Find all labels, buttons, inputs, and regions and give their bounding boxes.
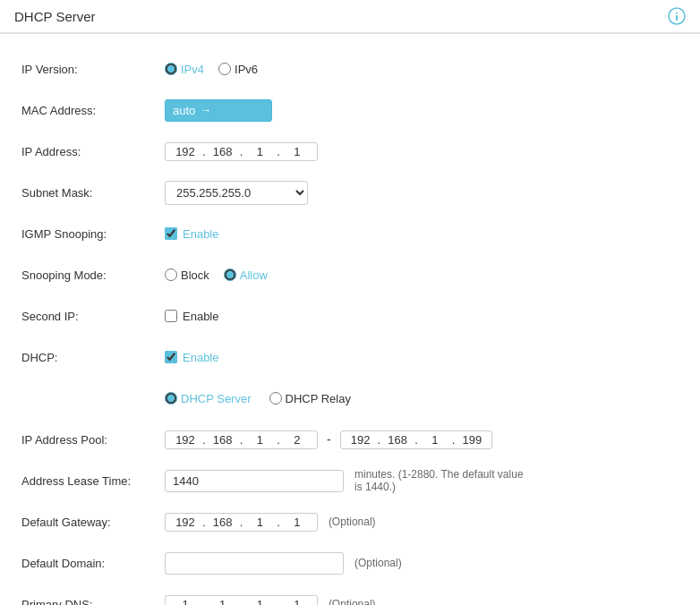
ipv4-radio[interactable] [165,63,177,75]
dhcp-label: DHCP: [21,351,165,364]
snooping-mode-label: Snooping Mode: [21,268,165,282]
dhcp-checkbox[interactable] [165,351,177,363]
gw-octet-2[interactable] [207,516,239,529]
igmp-snooping-text: Enable [183,227,218,241]
pdns-octet-4[interactable] [281,598,313,606]
lease-time-hint: minutes. (1-2880. The default value is 1… [354,468,534,493]
igmp-snooping-checkbox[interactable] [165,227,177,240]
svg-point-1 [676,13,678,14]
mac-address-value: auto [173,104,195,117]
dhcp-controls: Enable [165,351,679,364]
pool-start-octet-4[interactable] [281,433,313,447]
allow-label: Allow [240,268,268,282]
dhcp-server-radio[interactable] [165,392,177,405]
default-gateway-row: Default Gateway: . . . (Optional) [21,508,679,535]
pool-dash: - [325,432,333,447]
ipv6-option[interactable]: IPv6 [218,63,258,76]
pool-end-octet-4[interactable] [456,433,488,447]
ipv4-label: IPv4 [181,63,204,76]
mac-arrow-icon: → [201,104,211,116]
snooping-mode-row: Snooping Mode: Block Allow [21,261,679,288]
mac-address-field[interactable]: auto → [165,99,272,122]
igmp-snooping-controls: Enable [165,227,679,241]
block-label: Block [181,268,209,282]
ip-address-group: . . . [165,142,318,161]
dhcp-server-label: DHCP Server [181,392,252,405]
ip-address-label: IP Address: [21,145,165,158]
second-ip-text: Enable [183,310,218,323]
ip-pool-controls: . . . - . . . [165,430,679,449]
form-container: IP Version: IPv4 IPv6 MAC Address: auto … [0,41,700,605]
primary-dns-group: . . . [165,595,318,606]
ip-pool-end-group: . . . [340,430,493,449]
primary-dns-row: Primary DNS: . . . (Optional) [21,591,679,605]
default-gateway-controls: . . . (Optional) [165,513,679,532]
mac-address-row: MAC Address: auto → [21,97,679,124]
mac-address-controls: auto → [165,99,679,122]
second-ip-controls: Enable [165,310,679,323]
default-gateway-group: . . . [165,513,318,532]
page-title: DHCP Server [14,9,96,24]
default-gateway-optional: (Optional) [329,516,376,528]
ip-address-controls: . . . [165,142,679,161]
dhcp-row: DHCP: Enable [21,344,679,371]
dhcp-type-controls: DHCP Server DHCP Relay [165,392,679,405]
subnet-mask-label: Subnet Mask: [21,186,165,200]
lease-time-controls: minutes. (1-2880. The default value is 1… [165,468,679,493]
pool-end-octet-2[interactable] [381,433,414,447]
pdns-octet-1[interactable] [169,598,201,606]
block-radio[interactable] [165,268,177,281]
ipv6-radio[interactable] [218,63,231,75]
gw-octet-3[interactable] [243,516,276,529]
ip-octet-1[interactable] [169,145,201,158]
pool-end-octet-1[interactable] [345,433,377,447]
lease-time-row: Address Lease Time: minutes. (1-2880. Th… [21,467,679,494]
dhcp-relay-label: DHCP Relay [286,392,351,405]
gw-octet-1[interactable] [169,516,201,529]
allow-option[interactable]: Allow [224,268,268,282]
second-ip-row: Second IP: Enable [21,302,679,329]
pool-start-octet-1[interactable] [169,433,201,447]
allow-radio[interactable] [224,268,236,281]
dhcp-type-row: DHCP Server DHCP Relay [21,385,679,412]
primary-dns-label: Primary DNS: [21,598,165,606]
ip-pool-label: IP Address Pool: [21,433,165,447]
igmp-snooping-checkbox-label[interactable]: Enable [165,227,218,241]
lease-time-label: Address Lease Time: [21,474,165,488]
ip-octet-2[interactable] [207,145,239,158]
ip-octet-4[interactable] [281,145,313,158]
pool-start-octet-2[interactable] [207,433,239,447]
subnet-mask-row: Subnet Mask: 255.255.255.0 255.255.0.0 2… [21,179,679,206]
pdns-octet-3[interactable] [243,598,276,606]
ip-octet-3[interactable] [243,145,276,158]
page-container: DHCP Server IP Version: IPv4 IPv6 [0,0,700,605]
default-domain-controls: (Optional) [165,552,679,575]
snooping-mode-controls: Block Allow [165,268,679,282]
ipv4-option[interactable]: IPv4 [165,63,204,76]
ipv6-label: IPv6 [235,63,258,76]
lease-time-input[interactable] [165,470,344,492]
pool-start-octet-3[interactable] [243,433,276,447]
header-bar: DHCP Server [0,0,700,33]
second-ip-checkbox[interactable] [165,310,177,322]
dhcp-checkbox-label[interactable]: Enable [165,351,218,364]
dhcp-relay-option[interactable]: DHCP Relay [269,392,351,405]
gw-octet-4[interactable] [281,516,313,529]
dhcp-server-option[interactable]: DHCP Server [165,392,252,405]
second-ip-label: Second IP: [21,310,165,323]
pdns-octet-2[interactable] [207,598,239,606]
info-circle-icon [668,7,686,25]
dhcp-relay-radio[interactable] [269,392,282,405]
ip-version-controls: IPv4 IPv6 [165,63,679,76]
second-ip-checkbox-label[interactable]: Enable [165,310,218,323]
igmp-snooping-label: IGMP Snooping: [21,227,165,241]
default-gateway-label: Default Gateway: [21,516,165,529]
subnet-mask-select[interactable]: 255.255.255.0 255.255.0.0 255.0.0.0 [165,181,308,205]
default-domain-input[interactable] [165,552,344,575]
header-divider [0,33,700,34]
svg-rect-2 [676,15,678,21]
pool-end-octet-3[interactable] [419,433,451,447]
block-option[interactable]: Block [165,268,209,282]
default-domain-row: Default Domain: (Optional) [21,550,679,576]
ip-version-label: IP Version: [21,63,165,76]
